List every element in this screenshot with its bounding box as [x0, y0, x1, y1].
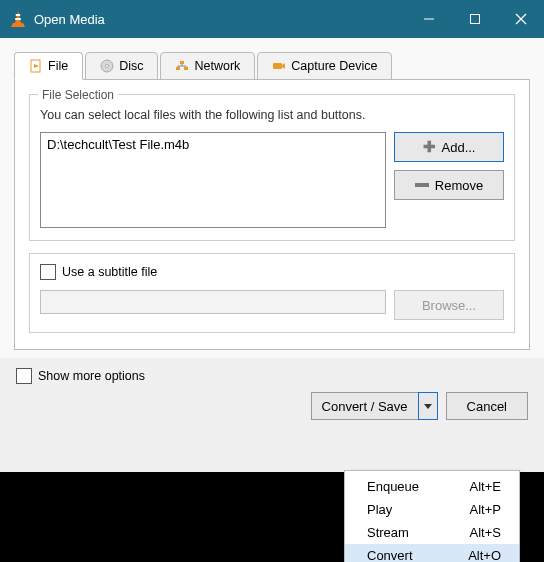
button-label: Convert / Save	[322, 399, 408, 414]
svg-marker-0	[15, 11, 21, 23]
show-more-checkbox[interactable]	[16, 368, 32, 384]
menu-item-convert[interactable]: Convert Alt+O	[345, 544, 519, 562]
subtitle-group: Use a subtitle file Browse...	[29, 253, 515, 333]
network-icon	[175, 59, 189, 73]
tab-panel: File Selection You can select local file…	[14, 79, 530, 350]
menu-label: Enqueue	[367, 479, 419, 494]
file-list[interactable]: D:\techcult\Test File.m4b	[40, 132, 386, 228]
menu-item-enqueue[interactable]: Enqueue Alt+E	[345, 475, 519, 498]
tab-network[interactable]: Network	[160, 52, 255, 80]
disc-icon	[100, 59, 114, 73]
subtitle-label: Use a subtitle file	[62, 265, 157, 279]
menu-accel: Alt+E	[470, 479, 501, 494]
button-label: Add...	[442, 140, 476, 155]
svg-rect-1	[16, 14, 20, 16]
show-more-label: Show more options	[38, 369, 145, 383]
button-label: Browse...	[422, 298, 476, 313]
menu-item-stream[interactable]: Stream Alt+S	[345, 521, 519, 544]
cancel-button[interactable]: Cancel	[446, 392, 528, 420]
svg-rect-19	[273, 63, 282, 69]
svg-rect-13	[184, 67, 188, 70]
chevron-down-icon	[424, 404, 432, 409]
group-legend: File Selection	[38, 88, 118, 102]
browse-button: Browse...	[394, 290, 504, 320]
window-title: Open Media	[34, 12, 105, 27]
tab-capture[interactable]: Capture Device	[257, 52, 392, 80]
menu-accel: Alt+P	[470, 502, 501, 517]
file-list-item[interactable]: D:\techcult\Test File.m4b	[47, 137, 379, 152]
tab-file[interactable]: File	[14, 52, 83, 80]
subtitle-checkbox[interactable]	[40, 264, 56, 280]
svg-rect-2	[15, 18, 21, 20]
tab-label: Network	[194, 59, 240, 73]
dialog-body: File Disc Network Capture Device File Se…	[0, 38, 544, 358]
tab-label: Capture Device	[291, 59, 377, 73]
menu-label: Convert	[367, 548, 413, 562]
minimize-button[interactable]	[406, 0, 452, 38]
source-tabs: File Disc Network Capture Device	[14, 52, 530, 80]
menu-label: Play	[367, 502, 392, 517]
svg-rect-12	[176, 67, 180, 70]
svg-marker-3	[11, 23, 25, 27]
tab-disc[interactable]: Disc	[85, 52, 158, 80]
menu-item-play[interactable]: Play Alt+P	[345, 498, 519, 521]
convert-save-split-button[interactable]: Convert / Save	[311, 392, 438, 420]
svg-rect-5	[471, 15, 480, 24]
svg-marker-21	[424, 404, 432, 409]
menu-accel: Alt+O	[468, 548, 501, 562]
maximize-button[interactable]	[452, 0, 498, 38]
convert-save-dropdown-arrow[interactable]	[418, 392, 438, 420]
convert-save-menu: Enqueue Alt+E Play Alt+P Stream Alt+S Co…	[344, 470, 520, 562]
svg-marker-20	[282, 63, 285, 69]
file-selection-hint: You can select local files with the foll…	[40, 108, 504, 122]
file-selection-group: File Selection You can select local file…	[29, 94, 515, 241]
plus-icon: ✚	[423, 138, 436, 156]
tab-label: Disc	[119, 59, 143, 73]
dialog-actions: Convert / Save Cancel	[0, 386, 544, 430]
close-button[interactable]	[498, 0, 544, 38]
convert-save-button[interactable]: Convert / Save	[311, 392, 418, 420]
footer-options: Show more options	[0, 358, 544, 386]
minus-icon	[415, 183, 429, 187]
button-label: Cancel	[467, 399, 507, 414]
menu-label: Stream	[367, 525, 409, 540]
open-media-dialog: Open Media File Disc Ne	[0, 0, 544, 562]
remove-button[interactable]: Remove	[394, 170, 504, 200]
title-bar[interactable]: Open Media	[0, 0, 544, 38]
button-label: Remove	[435, 178, 483, 193]
subtitle-path-input	[40, 290, 386, 314]
svg-rect-14	[180, 61, 184, 64]
vlc-cone-icon	[8, 9, 28, 29]
add-button[interactable]: ✚ Add...	[394, 132, 504, 162]
file-icon	[29, 59, 43, 73]
menu-accel: Alt+S	[470, 525, 501, 540]
tab-label: File	[48, 59, 68, 73]
capture-icon	[272, 59, 286, 73]
svg-point-11	[106, 65, 109, 68]
